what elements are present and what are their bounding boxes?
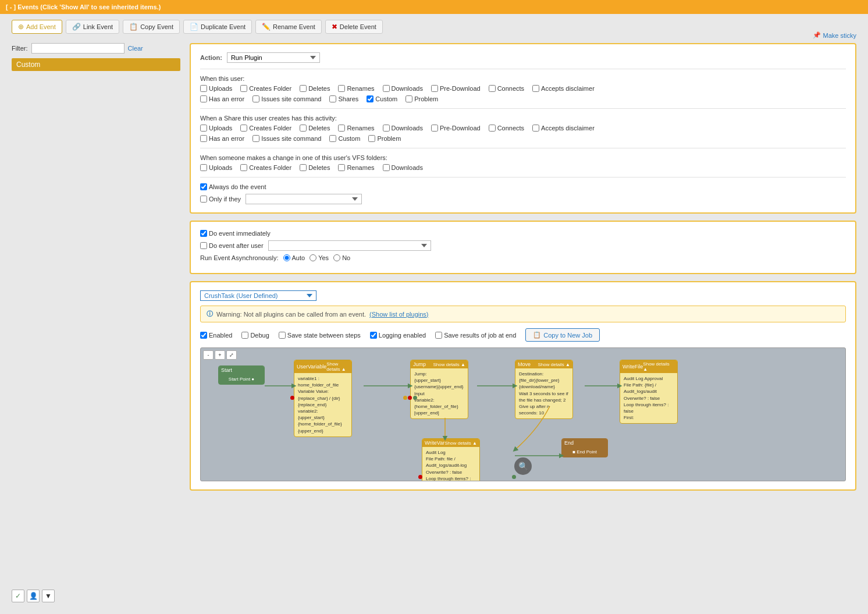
filter-clear-link[interactable]: Clear	[128, 45, 143, 52]
delete-event-button[interactable]: ✖ Delete Event	[325, 20, 383, 34]
copy-icon: 📋	[129, 23, 138, 31]
when-user-pre-download[interactable]: Pre-Download	[431, 85, 481, 92]
share-pre-download[interactable]: Pre-Download	[431, 125, 481, 132]
check-icon-btn[interactable]: ✓	[12, 590, 24, 602]
filter-input[interactable]	[31, 43, 124, 54]
dropdown-icon-btn[interactable]: ▼	[42, 590, 55, 602]
top-bar-label: [ - ] Events (Click 'Show All' to see in…	[6, 3, 161, 10]
always-do-row: Always do the event	[200, 183, 846, 190]
when-user-custom[interactable]: Custom	[367, 95, 397, 102]
filter-label: Filter:	[12, 45, 28, 52]
save-results-checkbox[interactable]: Save results of job at end	[435, 332, 516, 339]
async-auto[interactable]: Auto	[283, 254, 305, 261]
add-icon: ⊕	[18, 23, 24, 31]
debug-checkbox[interactable]: Debug	[241, 332, 269, 339]
plugin-select[interactable]: CrushTask (User Defined)	[200, 290, 316, 301]
save-state-checkbox[interactable]: Save state between steps	[279, 332, 361, 339]
async-yes[interactable]: Yes	[310, 254, 329, 261]
rename-event-button[interactable]: ✏️ Rename Event	[255, 20, 322, 34]
vfs-renames[interactable]: Renames	[338, 164, 374, 171]
when-user-issues-site[interactable]: Issues site command	[252, 95, 321, 102]
share-creates-folder[interactable]: Creates Folder	[240, 125, 291, 132]
when-user-downloads[interactable]: Downloads	[383, 85, 423, 92]
share-accepts-disclaimer[interactable]: Accepts disclaimer	[532, 125, 595, 132]
when-user-checkboxes-row2: Has an error Issues site command Shares …	[200, 95, 846, 102]
action-select[interactable]: Run Plugin Run Command Send Email	[227, 52, 320, 63]
always-do-checkbox[interactable]: Always do the event	[200, 183, 266, 190]
when-user-label: When this user:	[200, 75, 846, 82]
enabled-checkbox[interactable]: Enabled	[200, 332, 232, 339]
copy-job-icon: 📋	[533, 331, 541, 339]
do-immediately-row: Do event immediately	[200, 230, 846, 237]
top-bar: [ - ] Events (Click 'Show All' to see in…	[0, 0, 868, 14]
toolbar: ⊕ Add Event 🔗 Link Event 📋 Copy Event 📄 …	[0, 14, 868, 37]
async-no[interactable]: No	[333, 254, 350, 261]
when-user-deletes[interactable]: Deletes	[300, 85, 330, 92]
link-event-button[interactable]: 🔗 Link Event	[66, 20, 119, 34]
plugin-section: CrushTask (User Defined) ⓘ Warning: Not …	[190, 281, 856, 491]
timing-section: Do event immediately Do event after user…	[190, 221, 856, 274]
copy-to-new-job-button[interactable]: 📋 Copy to New Job	[525, 328, 600, 342]
diagram-fit[interactable]: ⤢	[226, 350, 237, 360]
share-problem[interactable]: Problem	[368, 135, 401, 142]
when-share-label: When a Share this user creates has this …	[200, 115, 846, 122]
only-if-select[interactable]: Is logged in Is not logged in	[246, 194, 362, 204]
when-user-connects[interactable]: Connects	[489, 85, 524, 92]
main-area: Filter: Clear Custom Action: Run Plugin …	[0, 37, 868, 503]
when-user-checkboxes: Uploads Creates Folder Deletes Renames D…	[200, 85, 846, 92]
when-share-checkboxes-row2: Has an error Issues site command Custom …	[200, 135, 846, 142]
warning-bar: ⓘ Warning: Not all plugins can be called…	[200, 306, 846, 322]
share-custom[interactable]: Custom	[329, 135, 360, 142]
duplicate-event-button[interactable]: 📄 Duplicate Event	[183, 20, 252, 34]
share-has-error[interactable]: Has an error	[200, 135, 244, 142]
list-item[interactable]: Custom	[12, 58, 180, 71]
filter-row: Filter: Clear	[12, 43, 180, 54]
vfs-uploads[interactable]: Uploads	[200, 164, 232, 171]
share-issues-site[interactable]: Issues site command	[252, 135, 321, 142]
vfs-deletes[interactable]: Deletes	[300, 164, 330, 171]
when-user-problem[interactable]: Problem	[405, 95, 438, 102]
show-plugins-link[interactable]: (Show list of plugins)	[369, 311, 429, 318]
when-user-has-error[interactable]: Has an error	[200, 95, 244, 102]
async-row: Run Event Asynchronously: Auto Yes No	[200, 254, 846, 261]
rename-icon: ✏️	[262, 23, 271, 31]
only-if-row: Only if they Is logged in Is not logged …	[200, 194, 846, 204]
diagram-zoom-in[interactable]: +	[215, 350, 225, 360]
vfs-creates-folder[interactable]: Creates Folder	[240, 164, 291, 171]
async-label: Run Event Asynchronously:	[200, 254, 279, 261]
do-immediately-checkbox[interactable]: Do event immediately	[200, 230, 271, 237]
share-renames[interactable]: Renames	[338, 125, 374, 132]
when-user-accepts-disclaimer[interactable]: Accepts disclaimer	[532, 85, 595, 92]
share-connects[interactable]: Connects	[489, 125, 524, 132]
vfs-downloads[interactable]: Downloads	[383, 164, 423, 171]
bottom-controls: Enabled Debug Save state between steps L…	[200, 328, 846, 342]
zoom-button[interactable]: 🔍	[514, 457, 532, 475]
do-after-checkbox[interactable]: Do event after user	[200, 242, 264, 249]
share-deletes[interactable]: Deletes	[300, 125, 330, 132]
when-user-shares[interactable]: Shares	[329, 95, 358, 102]
error-dot-1	[290, 396, 294, 400]
plugin-select-wrap: CrushTask (User Defined)	[200, 290, 846, 301]
info-icon: ⓘ	[207, 310, 213, 318]
diagram-zoom-out[interactable]: -	[203, 350, 214, 360]
share-uploads[interactable]: Uploads	[200, 125, 232, 132]
add-event-button[interactable]: ⊕ Add Event	[12, 20, 62, 34]
only-if-checkbox[interactable]: Only if they	[200, 196, 241, 203]
when-user-uploads[interactable]: Uploads	[200, 85, 232, 92]
action-row: Action: Run Plugin Run Command Send Emai…	[200, 52, 846, 63]
warn-dot-1	[403, 396, 407, 400]
when-user-creates-folder[interactable]: Creates Folder	[240, 85, 291, 92]
when-vfs-checkboxes: Uploads Creates Folder Deletes Renames D…	[200, 164, 846, 171]
do-after-select[interactable]	[268, 240, 431, 251]
when-vfs-label: When someone makes a change in one of th…	[200, 154, 846, 161]
share-downloads[interactable]: Downloads	[383, 125, 423, 132]
do-after-user-row: Do event after user	[200, 240, 846, 251]
when-share-checkboxes: Uploads Creates Folder Deletes Renames D…	[200, 125, 846, 132]
duplicate-icon: 📄	[190, 23, 198, 31]
diagram-toolbar: - + ⤢	[203, 350, 237, 360]
logging-checkbox[interactable]: Logging enabled	[370, 332, 426, 339]
copy-event-button[interactable]: 📋 Copy Event	[123, 20, 180, 34]
user-icon-btn[interactable]: 👤	[27, 590, 40, 602]
when-user-renames[interactable]: Renames	[338, 85, 374, 92]
error-dot-3	[418, 475, 422, 479]
